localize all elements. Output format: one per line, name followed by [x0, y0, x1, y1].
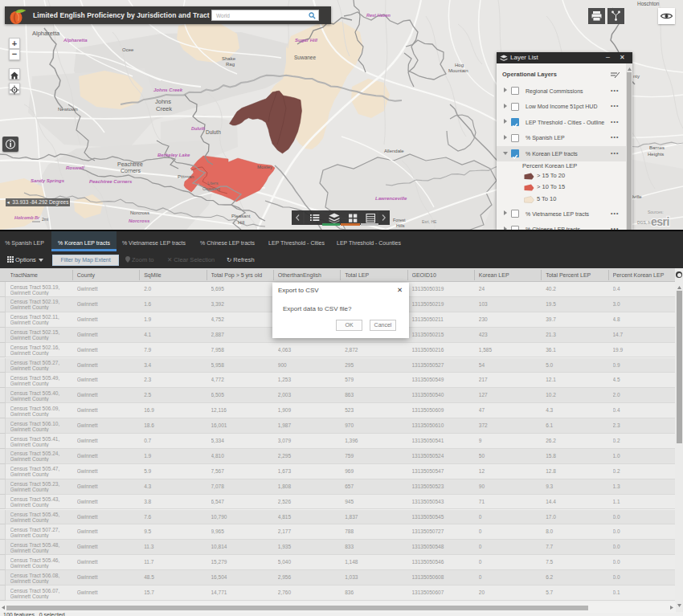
svg-text:Sandy Springs: Sandy Springs [31, 178, 65, 183]
svg-text:Corners: Corners [121, 168, 141, 173]
svg-text:Barnes: Barnes [649, 145, 665, 150]
svg-text:Johns: Johns [155, 98, 171, 105]
svg-text:Hoschton: Hoschton [637, 1, 660, 6]
svg-text:Pleasant: Pleasant [231, 214, 251, 218]
svg-text:Shake: Shake [222, 56, 236, 61]
svg-text:Mountain: Mountain [448, 68, 468, 73]
svg-text:Hills: Hills [396, 223, 405, 228]
svg-text:Moxley: Moxley [257, 165, 272, 169]
svg-text:Norcross: Norcross [130, 210, 149, 215]
svg-text:Liters: Liters [207, 181, 219, 186]
svg-text:Crossing: Crossing [202, 186, 220, 191]
svg-text:Alpharetta: Alpharetta [32, 30, 60, 37]
svg-text:Esri, HE: Esri, HE [422, 219, 437, 224]
svg-text:Berkeley Lake: Berkeley Lake [157, 153, 190, 157]
svg-text:Sources:: Sources: [648, 210, 664, 214]
svg-text:nty: nty [633, 74, 640, 79]
svg-text:Duluth: Duluth [191, 126, 206, 131]
svg-text:Lawrenceville: Lawrenceville [375, 196, 407, 201]
svg-text:Hog: Hog [455, 63, 464, 67]
svg-text:Holcomb Br: Holcomb Br [14, 215, 40, 220]
svg-text:Pittman: Pittman [178, 174, 194, 179]
svg-text:Hill: Hill [238, 220, 244, 225]
svg-text:Creek: Creek [156, 105, 172, 112]
svg-text:Forest: Forest [393, 218, 406, 222]
svg-text:Rag: Rag [226, 62, 235, 67]
svg-text:Roswell: Roswell [66, 165, 84, 170]
svg-text:Allendale: Allendale [384, 149, 404, 153]
svg-text:Ocee: Ocee [122, 47, 134, 52]
svg-text:2mi: 2mi [42, 217, 48, 222]
svg-text:Alpharetta: Alpharetta [63, 38, 88, 43]
svg-text:Peachtree: Peachtree [117, 161, 143, 167]
svg-text:Peachtree Corners: Peachtree Corners [89, 179, 133, 184]
svg-text:Duluth: Duluth [206, 129, 221, 135]
svg-text:Heights: Heights [648, 152, 664, 157]
svg-text:Sugar Hill: Sugar Hill [295, 38, 317, 43]
svg-text:Suwanee: Suwanee [294, 55, 316, 60]
svg-text:Norcross: Norcross [129, 218, 150, 223]
svg-text:Newtown: Newtown [58, 107, 78, 112]
svg-text:Johns Creek: Johns Creek [153, 88, 183, 92]
svg-text:esri: esri [651, 215, 669, 228]
svg-text:Rest Haven: Rest Haven [366, 13, 391, 18]
